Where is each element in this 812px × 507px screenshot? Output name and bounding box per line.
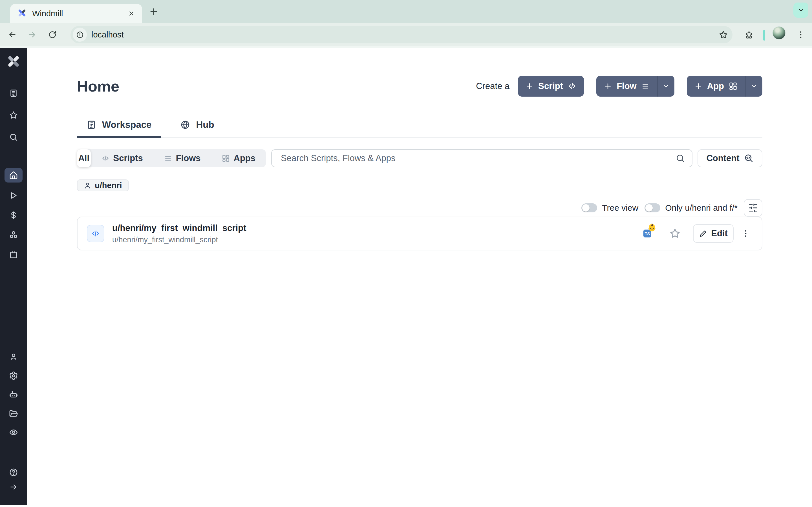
new-tab-button[interactable] [147,5,160,18]
plus-icon [694,82,703,91]
filter-all[interactable]: All [77,149,91,167]
filter-apps-label: Apps [234,153,256,163]
search-icon [675,154,685,163]
sidebar-collapse-arrow-icon[interactable] [4,480,22,494]
app-grid-icon [221,154,230,163]
user-icon [84,182,91,189]
browser-menu-kebab-icon[interactable] [793,27,809,43]
app-grid-icon [728,82,738,91]
sidebar-item-audit-logs[interactable] [4,426,22,439]
sliders-icon [748,203,758,213]
tab-workspace[interactable]: Workspace [77,119,161,138]
sidebar-item-search[interactable] [4,130,22,144]
flow-list-icon [164,154,172,163]
create-app-button[interactable]: App [687,76,762,97]
browser-tabstrip: Windmill [0,0,812,23]
owner-filter-chip[interactable]: u/henri [77,179,129,191]
search-box[interactable] [271,149,693,167]
sidebar-item-workspace[interactable] [4,87,22,100]
favorite-star-icon[interactable] [669,228,680,239]
page-title: Home [77,77,119,95]
tab-workspace-label: Workspace [102,119,151,130]
filter-scripts-label: Scripts [113,153,143,163]
code-icon [101,154,110,163]
plus-icon [525,82,534,91]
runtime-emoji-icon: 👶 [648,224,656,231]
sidebar-item-runs[interactable] [4,189,22,202]
text-caret [280,153,280,164]
create-app-main[interactable]: App [687,76,745,97]
extensions-icon[interactable] [741,27,757,43]
browser-dropdown-button[interactable] [794,3,808,18]
tab-title: Windmill [32,9,121,18]
filter-flows[interactable]: Flows [153,153,211,163]
tree-view-toggle[interactable] [581,203,597,212]
search-input[interactable] [281,153,675,163]
flow-list-icon [641,82,650,91]
sidebar-item-favorites[interactable] [4,108,22,122]
back-button[interactable] [4,27,20,43]
building-icon [86,120,96,130]
toolbar-extension-indicator [763,30,765,41]
sidebar-item-schedules[interactable] [4,248,22,262]
create-app-dropdown[interactable] [745,76,762,97]
tab-hub[interactable]: Hub [171,119,223,138]
edit-button[interactable]: Edit [693,224,733,243]
sidebar-item-user[interactable] [4,350,22,363]
sidebar-item-workers[interactable] [4,388,22,401]
filter-scripts[interactable]: Scripts [91,153,153,163]
create-flow-dropdown[interactable] [657,76,674,97]
pencil-icon [699,230,707,238]
create-flow-button[interactable]: Flow [596,76,674,97]
windmill-logo-icon[interactable] [6,54,21,70]
script-path: u/henri/my_first_windmill_script [112,235,246,244]
main-content: Home Create a Script Flow [27,48,812,505]
sidebar-item-home[interactable] [4,168,22,182]
owner-chip-label: u/henri [95,181,122,190]
view-settings-button[interactable] [744,199,762,217]
reload-button[interactable] [45,27,60,43]
kind-filter-group: All Scripts Flows Apps [77,149,266,167]
search-code-icon [744,154,754,163]
sidebar-item-folders[interactable] [4,407,22,420]
tab-close-icon[interactable] [126,8,137,19]
create-app-label: App [707,81,724,91]
app-sidebar [0,48,27,505]
site-info-icon[interactable] [73,27,87,42]
globe-icon [180,120,190,130]
sidebar-item-resources[interactable] [4,228,22,242]
sidebar-divider [0,157,27,157]
source-tabs: Workspace Hub [77,117,762,138]
language-badge: TS 👶 [644,230,651,237]
edit-button-label: Edit [711,228,728,238]
sidebar-item-help[interactable] [4,466,22,479]
create-script-label: Script [538,81,563,91]
filter-flows-label: Flows [176,153,201,163]
content-button-label: Content [706,153,739,163]
browser-toolbar: localhost [0,23,812,48]
address-bar[interactable]: localhost [70,26,732,43]
script-title: u/henri/my_first_windmill_script [112,223,246,233]
url-text: localhost [91,30,123,40]
sidebar-divider [0,75,27,75]
script-code-icon [87,225,104,242]
only-owner-label: Only u/henri and f/* [665,203,738,213]
windmill-favicon-icon [17,8,27,19]
page: Windmill localhost [0,0,812,507]
bookmark-star-icon[interactable] [719,30,728,40]
code-icon [567,82,576,91]
script-list-item[interactable]: u/henri/my_first_windmill_script u/henri… [77,217,762,250]
tree-view-label: Tree view [602,203,638,213]
forward-button[interactable] [24,27,40,43]
tab-hub-label: Hub [196,119,214,130]
sidebar-item-settings[interactable] [4,369,22,383]
sidebar-item-variables[interactable] [4,209,22,222]
filter-apps[interactable]: Apps [211,153,266,163]
content-search-button[interactable]: Content [698,149,762,167]
profile-avatar[interactable] [772,26,785,40]
create-script-button[interactable]: Script [518,76,584,97]
only-owner-toggle[interactable] [645,203,660,212]
create-flow-main[interactable]: Flow [596,76,657,97]
browser-tab[interactable]: Windmill [10,4,142,23]
item-menu-kebab-icon[interactable] [741,229,751,238]
